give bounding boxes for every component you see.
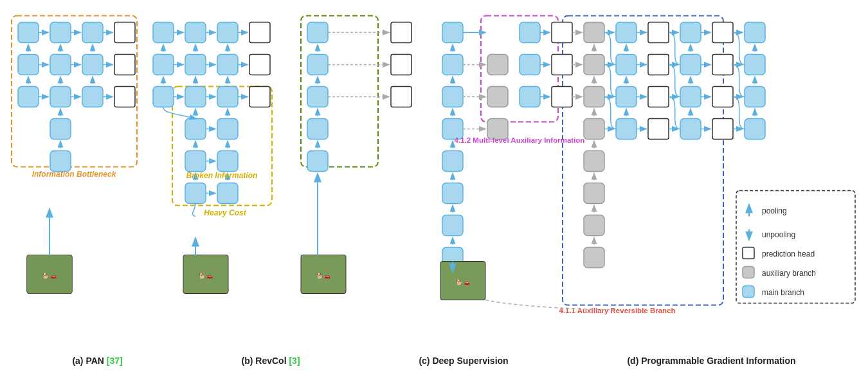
svg-rect-39	[217, 55, 238, 75]
svg-text:🐕 🚗: 🐕 🚗	[456, 279, 470, 285]
svg-rect-97	[442, 151, 463, 172]
svg-rect-94	[442, 55, 463, 75]
svg-rect-10	[50, 87, 71, 107]
svg-rect-79	[307, 119, 328, 140]
svg-rect-125	[648, 119, 669, 140]
svg-rect-128	[680, 87, 701, 107]
svg-rect-123	[648, 55, 669, 75]
caption-a: (a) PAN [37]	[72, 356, 122, 366]
svg-rect-41	[153, 87, 174, 107]
svg-rect-4	[114, 23, 135, 43]
svg-rect-47	[185, 151, 206, 172]
svg-rect-35	[217, 23, 238, 43]
svg-rect-124	[648, 87, 669, 107]
svg-rect-102	[487, 87, 508, 107]
svg-rect-44	[249, 87, 270, 107]
svg-rect-114	[584, 151, 604, 172]
svg-rect-104	[520, 23, 540, 43]
svg-rect-134	[745, 23, 765, 43]
svg-rect-132	[712, 87, 733, 107]
svg-rect-78	[307, 87, 328, 107]
svg-rect-136	[745, 87, 765, 107]
svg-rect-13	[50, 119, 71, 140]
svg-rect-48	[217, 151, 238, 172]
multilevel-label: 4.1.2 Multi-level Auxiliary Information	[455, 136, 585, 144]
svg-rect-112	[584, 87, 604, 107]
svg-rect-3	[82, 23, 103, 43]
svg-rect-80	[307, 151, 328, 172]
svg-rect-191	[736, 191, 855, 303]
svg-rect-127	[680, 55, 701, 75]
caption-d-text: (d) Programmable Gradient Information	[627, 356, 795, 366]
svg-rect-14	[50, 151, 71, 172]
svg-rect-1	[18, 23, 39, 43]
svg-rect-130	[712, 23, 733, 43]
svg-rect-122	[648, 23, 669, 43]
svg-rect-7	[82, 55, 103, 75]
svg-text:🐕 🚗: 🐕 🚗	[42, 273, 57, 279]
diagram-area: Information Bottleneck	[0, 0, 868, 356]
svg-rect-99	[442, 215, 463, 236]
svg-rect-106	[520, 87, 540, 107]
svg-rect-77	[307, 55, 328, 75]
aux-reversible-label: 4.1.1 Auxiliary Reversible Branch	[559, 307, 675, 314]
svg-rect-5	[18, 55, 39, 75]
caption-b: (b) RevCol [3]	[242, 356, 300, 366]
svg-rect-43	[217, 87, 238, 107]
legend-prediction-head: prediction head	[762, 249, 815, 258]
svg-rect-110	[584, 23, 604, 43]
svg-rect-6	[50, 55, 71, 75]
svg-text:🐕 🚗: 🐕 🚗	[199, 273, 213, 279]
svg-rect-107	[552, 23, 572, 43]
svg-rect-131	[712, 55, 733, 75]
svg-rect-12	[114, 87, 135, 107]
caption-c-text: (c) Deep Supervision	[419, 356, 508, 366]
svg-rect-38	[185, 55, 206, 75]
caption-b-text: (b) RevCol	[242, 356, 289, 366]
legend-main-branch: main branch	[762, 288, 804, 297]
svg-rect-45	[185, 119, 206, 140]
svg-rect-111	[584, 55, 604, 75]
main-container: Information Bottleneck	[0, 0, 868, 371]
legend-auxiliary-branch: auxiliary branch	[762, 269, 816, 278]
svg-rect-137	[745, 119, 765, 140]
svg-rect-121	[616, 119, 637, 140]
svg-rect-120	[616, 87, 637, 107]
svg-rect-98	[442, 183, 463, 204]
heavy-cost-label: Heavy Cost	[204, 208, 246, 217]
svg-rect-82	[391, 55, 411, 75]
broken-info-label: Broken Information	[186, 171, 258, 180]
captions-row: (a) PAN [37] (b) RevCol [3] (c) Deep Sup…	[0, 356, 868, 371]
svg-rect-2	[50, 23, 71, 43]
svg-rect-95	[442, 87, 463, 107]
svg-rect-46	[217, 119, 238, 140]
svg-rect-129	[680, 119, 701, 140]
svg-rect-93	[442, 23, 463, 43]
caption-d: (d) Programmable Gradient Information	[627, 356, 795, 366]
svg-rect-119	[616, 55, 637, 75]
svg-rect-37	[153, 55, 174, 75]
legend-unpooling: unpooling	[762, 230, 795, 239]
svg-rect-36	[249, 23, 270, 43]
caption-a-text: (a) PAN	[72, 356, 106, 366]
svg-rect-133	[712, 119, 733, 140]
svg-rect-81	[391, 23, 411, 43]
svg-rect-42	[185, 87, 206, 107]
svg-rect-101	[487, 55, 508, 75]
caption-c: (c) Deep Supervision	[419, 356, 508, 366]
svg-rect-9	[18, 87, 39, 107]
svg-rect-108	[552, 55, 572, 75]
svg-rect-196	[743, 286, 754, 298]
svg-rect-126	[680, 23, 701, 43]
svg-rect-34	[185, 23, 206, 43]
info-bottleneck-label: Information Bottleneck	[32, 170, 117, 179]
svg-rect-118	[616, 23, 637, 43]
svg-rect-49	[185, 183, 206, 204]
svg-rect-105	[520, 55, 540, 75]
svg-rect-195	[743, 267, 754, 278]
svg-rect-83	[391, 87, 411, 107]
svg-rect-109	[552, 87, 572, 107]
svg-rect-11	[82, 87, 103, 107]
svg-rect-113	[584, 119, 604, 140]
caption-b-ref: [3]	[289, 356, 300, 366]
